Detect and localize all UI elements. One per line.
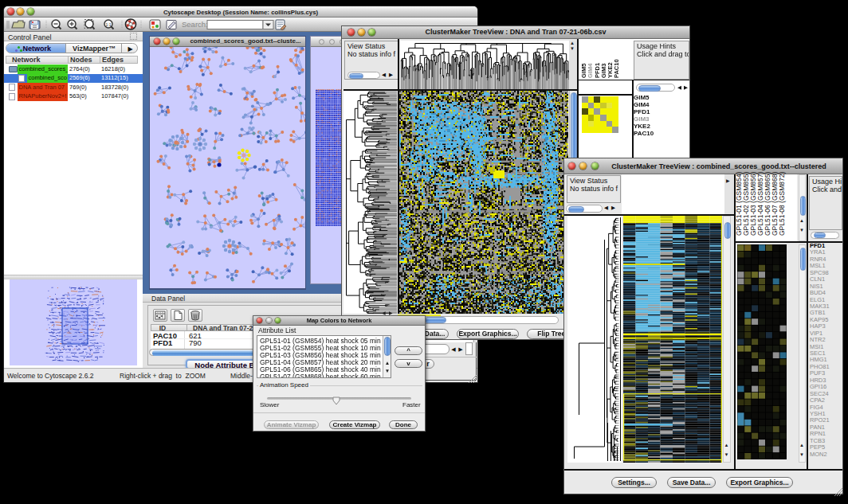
- svg-text:1:1: 1:1: [106, 22, 112, 27]
- svg-text:Search:: Search:: [182, 20, 208, 29]
